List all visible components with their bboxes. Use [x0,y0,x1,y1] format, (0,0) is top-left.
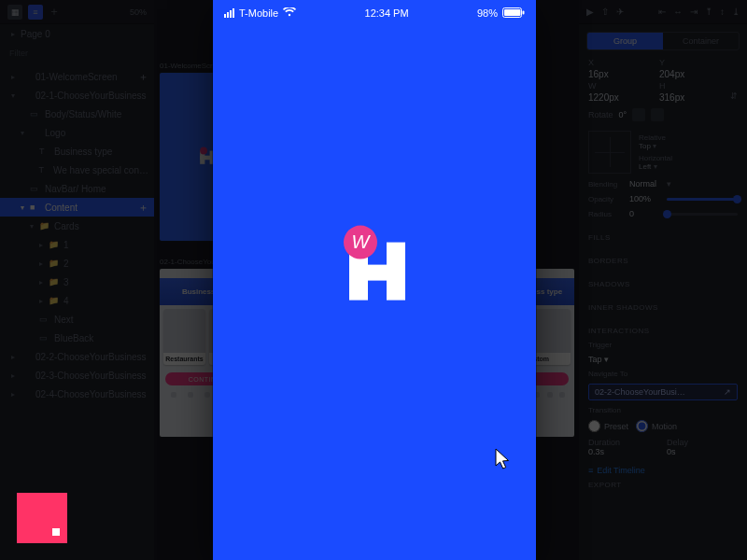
layer-row-cards[interactable]: ▾📁Cards [0,217,154,235]
section-export[interactable]: EXPORT [588,481,738,489]
link-icon: ↗ [724,387,731,397]
align-middle-icon[interactable]: ↕ [720,7,725,17]
lock-aspect-icon[interactable]: ⇵ [730,91,738,101]
opacity-value[interactable]: 100% [629,194,661,203]
layer-row-c3[interactable]: ▸📁3 [0,273,154,291]
layer-label: 01-WelcomeScreen [35,72,118,82]
inspector-tabs: Group Container [586,32,740,50]
upload-icon[interactable]: ⇧ [601,7,609,17]
section-borders[interactable]: BORDERS [588,257,738,265]
inspector-toolbar: ▶ ⇧ ✈ ⇤ ↔ ⇥ ⤒ ↕ ⤓ [579,0,747,24]
layer-label: 02-2-ChooseYourBusiness [35,352,147,362]
pin-vertical[interactable]: Top [639,142,651,150]
layer-row-blueback[interactable]: ▭BlueBack [0,329,154,347]
size-h[interactable]: 316px [659,92,723,103]
share-icon[interactable]: ✈ [616,7,624,17]
align-bottom-icon[interactable]: ⤓ [732,7,740,17]
pages-header[interactable]: ▸Page 0 [0,24,154,43]
layer-label: Logo [45,128,65,138]
layer-row-welcome[interactable]: ▸01-WelcomeScreen＋ [0,67,154,86]
carrier-label: T-Mobile [239,7,278,19]
blending-value[interactable]: Normal [629,179,661,189]
layers-icon[interactable]: ≡ [28,5,43,20]
layer-row-biztype[interactable]: TBusiness type [0,142,154,161]
edit-timeline-link[interactable]: ≡Edit Timeline [588,466,738,475]
align-top-icon[interactable]: ⤒ [705,7,712,17]
layer-filter-input[interactable]: Filter [0,43,154,63]
flip-h-icon[interactable] [632,108,645,121]
rotate-row: Rotate 0° [588,108,738,121]
pin-horizontal[interactable]: Left [639,162,651,171]
size-w[interactable]: 1220px [588,92,652,103]
layer-row-c4[interactable]: ▸📁4 [0,291,154,310]
layer-row-a022[interactable]: ▸02-2-ChooseYourBusiness [0,347,154,366]
section-shadows[interactable]: SHADOWS [588,280,738,288]
navigate-to-field[interactable]: 02-2-ChooseYourBusi…↗ [588,384,738,400]
layers-sidebar: ▦ ≡ ＋ 50% ▸Page 0 Filter ▸01-WelcomeScre… [0,0,154,560]
tab-group[interactable]: Group [587,33,663,49]
pos-y[interactable]: 204px [659,69,723,79]
section-interactions[interactable]: INTERACTIONS [588,327,738,335]
add-page-button[interactable]: ＋ [49,4,60,20]
caret-icon: ▸ [39,241,49,249]
layer-row-content[interactable]: ▾■Content＋ [0,198,154,217]
layer-row-choose[interactable]: ▾02-1-ChooseYourBusiness [0,86,154,105]
add-child-icon[interactable]: ＋ [138,201,148,215]
phone-preview: T-Mobile 12:34 PM 98% W [213,0,536,560]
layer-label: 02-3-ChooseYourBusiness [35,371,147,381]
radius-slider[interactable] [667,213,738,216]
wifi-icon [283,7,296,19]
layer-row-bodywhite[interactable]: ▭Body/Status/White [0,105,154,123]
layer-type-icon: 📁 [39,221,50,231]
signal-icon [224,8,234,18]
constraint-widget[interactable] [588,131,631,174]
caret-icon: ▾ [21,129,30,137]
align-left-icon[interactable]: ⇤ [658,7,666,17]
layer-row-a023[interactable]: ▸02-3-ChooseYourBusiness [0,366,154,385]
layer-type-icon: 📁 [49,240,60,249]
layer-row-special[interactable]: TWe have special con… [0,161,154,179]
trigger-value[interactable]: Tap ▾ [588,355,738,364]
svg-rect-9 [349,265,405,281]
layer-type-icon: ▭ [30,109,41,119]
radius-value[interactable]: 0 [629,209,661,218]
layer-type-icon: ▭ [39,315,50,324]
layer-row-next[interactable]: ▭Next [0,310,154,329]
layer-type-icon: ▭ [30,184,41,193]
flip-v-icon[interactable] [651,108,664,121]
layer-row-c2[interactable]: ▸📁2 [0,254,154,273]
layer-row-c1[interactable]: ▸📁1 [0,235,154,254]
rotate-value[interactable]: 0° [619,110,627,119]
layer-type-icon: T [39,165,49,175]
transition-motion-radio[interactable]: Motion [636,420,677,432]
opacity-slider[interactable] [667,198,738,201]
layer-row-a024[interactable]: ▸02-4-ChooseYourBusiness [0,385,154,403]
pages-icon[interactable]: ▦ [7,5,22,20]
invision-badge[interactable] [17,493,67,543]
play-icon[interactable]: ▶ [586,7,594,17]
transition-preset-radio[interactable]: Preset [588,420,628,432]
delay-value[interactable]: 0s [667,447,738,456]
layer-label: 3 [63,277,69,287]
tab-container[interactable]: Container [663,33,739,49]
svg-rect-5 [504,9,521,16]
pos-x[interactable]: 16px [588,69,652,79]
align-center-icon[interactable]: ↔ [673,7,683,17]
layer-row-logo[interactable]: ▾Logo [0,123,154,142]
section-inner-shadows[interactable]: INNER SHADOWS [588,303,738,312]
layer-list: ▸01-WelcomeScreen＋▾02-1-ChooseYourBusine… [0,63,154,560]
battery-icon [502,7,525,20]
caret-icon: ▸ [11,371,21,380]
phone-status-bar: T-Mobile 12:34 PM 98% [213,0,536,26]
duration-value[interactable]: 0.3s [588,447,659,456]
logo-badge: W [344,226,377,259]
radius-row: Radius 0 [588,209,738,218]
section-fills[interactable]: FILLS [588,233,738,242]
zoom-level[interactable]: 50% [130,7,147,17]
add-child-icon[interactable]: ＋ [138,70,148,84]
caret-icon: ▾ [11,91,21,100]
layer-label: 4 [63,296,69,306]
caret-icon: ▸ [39,259,49,268]
align-right-icon[interactable]: ⇥ [690,7,698,17]
layer-row-navhome[interactable]: ▭NavBar/ Home [0,179,154,198]
